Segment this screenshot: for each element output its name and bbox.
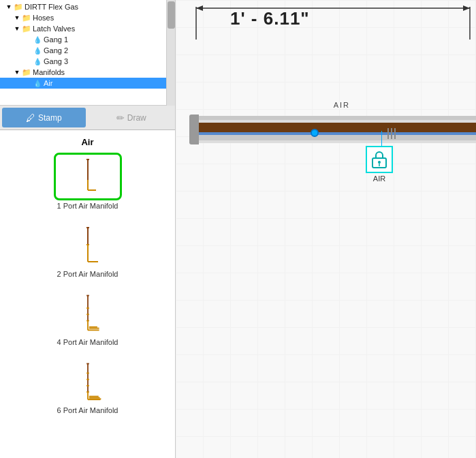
tree-label-manifolds: Manifolds <box>33 68 65 76</box>
component-label-6port: 6 Port Air Manifold <box>57 406 118 414</box>
pipe-brown <box>189 123 476 132</box>
folder-icon-hoses: 📁 <box>22 13 31 22</box>
tree-label-gang1: Gang 1 <box>44 35 68 44</box>
component-6port[interactable]: 6 Port Air Manifold <box>54 357 122 414</box>
conn-line-2 <box>391 128 392 139</box>
component-2port[interactable]: 2 Port Air Manifold <box>54 221 122 278</box>
tree-scrollbar[interactable] <box>166 0 175 106</box>
conn-line-1 <box>387 128 389 139</box>
air-component-box[interactable] <box>366 146 393 173</box>
component-1port[interactable]: 1 Port Air Manifold <box>54 153 122 210</box>
tree-item-latch-valves[interactable]: ▼ 📁 Latch Valves <box>0 23 175 34</box>
component-label-4port: 4 Port Air Manifold <box>57 338 118 346</box>
tree-item-manifolds[interactable]: ▼ 📁 Manifolds <box>0 67 175 78</box>
manifold-svg-1port <box>61 156 115 197</box>
dimension-label: 1' - 6.11" <box>230 8 310 29</box>
conn-line-3 <box>394 128 396 139</box>
stamp-label: Stamp <box>38 113 62 123</box>
component-preview-1port[interactable] <box>54 153 122 200</box>
toolbar: 🖊 Stamp ✏ Draw <box>0 106 175 130</box>
leaf-icon-air: 💧 <box>33 78 42 88</box>
draw-button[interactable]: ✏ Draw <box>90 108 174 127</box>
manifold-svg-2port <box>61 224 115 265</box>
folder-icon-latch: 📁 <box>22 24 31 33</box>
pipe-container <box>176 116 476 150</box>
canvas-panel: 1' - 6.11" AIR <box>176 0 476 458</box>
air-component-label: AIR <box>366 174 393 183</box>
tree-label-hoses: Hoses <box>33 14 54 22</box>
expand-arrow-dirtt[interactable]: ▼ <box>5 3 12 10</box>
scrollbar-thumb[interactable] <box>168 1 175 29</box>
leaf-icon-gang3: 💧 <box>33 57 42 66</box>
expand-arrow-gang1 <box>25 36 31 43</box>
expand-arrow-gang3 <box>25 58 31 65</box>
air-component[interactable]: AIR <box>366 146 393 183</box>
tree-item-gang2[interactable]: 💧 Gang 2 <box>0 45 175 56</box>
component-preview-2port[interactable] <box>54 221 122 269</box>
component-preview-4port[interactable] <box>54 289 122 337</box>
air-component-icon <box>370 150 389 169</box>
leaf-icon-gang1: 💧 <box>33 35 42 44</box>
manifold-svg-4port <box>61 292 115 333</box>
tree-label-latch: Latch Valves <box>33 25 75 33</box>
expand-arrow-latch[interactable]: ▼ <box>14 25 20 32</box>
component-label-1port: 1 Port Air Manifold <box>57 202 118 210</box>
tree-view: ▼ 📁 DIRTT Flex Gas ▼ 📁 Hoses ▼ 📁 Latch V… <box>0 0 175 106</box>
folder-icon-manifolds: 📁 <box>22 67 31 77</box>
expand-arrow-hoses[interactable]: ▼ <box>14 14 20 21</box>
component-4port[interactable]: 4 Port Air Manifold <box>54 289 122 346</box>
left-panel: ▼ 📁 DIRTT Flex Gas ▼ 📁 Hoses ▼ 📁 Latch V… <box>0 0 176 458</box>
draw-icon: ✏ <box>116 112 125 123</box>
tree-item-air[interactable]: 💧 Air <box>0 78 175 89</box>
tree-item-hoses[interactable]: ▼ 📁 Hoses <box>0 12 175 23</box>
canvas-grid <box>176 0 476 458</box>
leaf-icon-gang2: 💧 <box>33 46 42 55</box>
pipe-cap <box>189 114 199 144</box>
palette-title: Air <box>81 137 93 147</box>
expand-arrow-gang2 <box>25 47 31 54</box>
draw-label: Draw <box>127 113 146 123</box>
tree-label-gang2: Gang 2 <box>44 46 68 55</box>
tree-label-gang3: Gang 3 <box>44 57 68 65</box>
pipe-gray-light-bottom <box>189 140 476 143</box>
tree-item-gang1[interactable]: 💧 Gang 1 <box>0 34 175 45</box>
component-preview-6port[interactable] <box>54 357 122 405</box>
vertical-connector-line <box>381 131 382 147</box>
tree-item-dirtt[interactable]: ▼ 📁 DIRTT Flex Gas <box>0 1 175 12</box>
expand-arrow-manifolds[interactable]: ▼ <box>14 69 20 76</box>
stamp-button[interactable]: 🖊 Stamp <box>2 108 86 127</box>
connector-lines <box>387 128 396 139</box>
tree-label-dirtt: DIRTT Flex Gas <box>25 3 78 11</box>
svg-point-33 <box>378 161 381 164</box>
expand-arrow-air <box>25 80 31 87</box>
tree-label-air: Air <box>44 79 52 87</box>
tree-item-gang3[interactable]: 💧 Gang 3 <box>0 56 175 67</box>
component-palette: Air 1 Port Air Manifold <box>0 130 175 458</box>
component-label-2port: 2 Port Air Manifold <box>57 270 118 278</box>
air-label-left: AIR <box>334 101 350 109</box>
folder-icon-dirtt: 📁 <box>14 2 23 12</box>
tree-area: ▼ 📁 DIRTT Flex Gas ▼ 📁 Hoses ▼ 📁 Latch V… <box>0 0 175 106</box>
manifold-svg-6port <box>61 361 115 401</box>
stamp-icon: 🖊 <box>26 112 35 123</box>
pipe-gray-bottom <box>189 135 476 140</box>
connection-dot <box>311 129 319 137</box>
